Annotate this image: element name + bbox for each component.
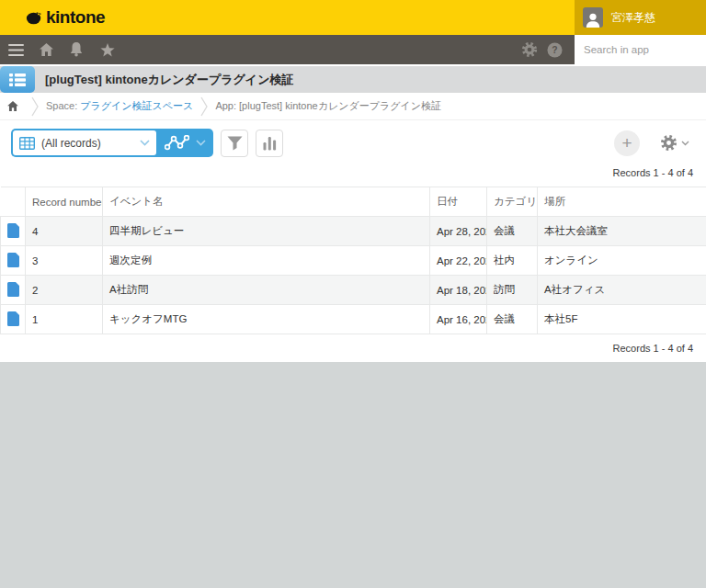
kintone-logo-mark-icon <box>26 11 42 25</box>
add-record-button[interactable]: + <box>614 130 640 156</box>
favorites-star-icon[interactable] <box>92 35 123 64</box>
user-menu[interactable]: 宮澤孝慈 <box>575 0 706 35</box>
open-record-icon[interactable] <box>7 282 19 297</box>
chevron-down-icon <box>140 140 150 146</box>
breadcrumb-separator-icon <box>200 96 208 117</box>
bar-chart-icon <box>263 136 277 151</box>
global-nav-left <box>0 35 521 64</box>
cell-date: Apr 16, 2026 <box>430 305 487 334</box>
cell-event-name: 週次定例 <box>103 246 430 276</box>
graph-view-button[interactable] <box>156 129 213 157</box>
cell-record-number: 1 <box>26 305 103 334</box>
cell-place: 本社5F <box>538 305 706 334</box>
breadcrumb-space-link[interactable]: プラグイン検証スペース <box>80 100 193 111</box>
view-selector-dropdown[interactable]: (All records) <box>13 130 156 155</box>
global-nav-bar: ? <box>0 35 706 64</box>
column-header-event-name[interactable]: イベント名 <box>103 187 430 217</box>
breadcrumb: Space: プラグイン検証スペース App: [plugTest] kinto… <box>0 93 706 120</box>
record-icon-cell <box>1 217 26 246</box>
graph-line-icon <box>165 135 189 151</box>
cell-place: オンライン <box>538 246 706 276</box>
app-icon[interactable] <box>0 66 35 93</box>
user-name: 宮澤孝慈 <box>611 10 655 26</box>
aggregate-chart-button[interactable] <box>256 130 283 157</box>
filter-button[interactable] <box>221 130 248 157</box>
page: kintone 宮澤孝慈 <box>0 0 706 588</box>
view-selector-group: (All records) <box>11 129 213 157</box>
records-count-top: Records 1 - 4 of 4 <box>0 167 706 178</box>
cell-event-name: キックオフMTG <box>103 305 430 334</box>
cell-date: Apr 18, 2026 <box>430 276 487 305</box>
funnel-icon <box>227 136 243 151</box>
breadcrumb-separator-icon <box>31 96 39 117</box>
chevron-down-icon <box>681 141 689 146</box>
table-row[interactable]: 4 四半期レビュー Apr 28, 2026 会議 本社大会議室 <box>1 217 706 246</box>
table-row[interactable]: 2 A社訪問 Apr 18, 2026 訪問 A社オフィス <box>1 276 706 305</box>
kintone-logo-text: kintone <box>46 7 105 28</box>
column-header-icon <box>1 187 26 217</box>
table-view-icon <box>19 137 35 150</box>
cell-place: 本社大会議室 <box>538 217 706 246</box>
cell-record-number: 2 <box>26 276 103 305</box>
cell-date: Apr 22, 2026 <box>430 246 487 276</box>
cell-event-name: 四半期レビュー <box>103 217 430 246</box>
record-list-content: (All records) <box>0 120 706 362</box>
cell-category: 訪問 <box>487 276 538 305</box>
hamburger-menu-icon[interactable] <box>0 35 31 64</box>
view-selector-value: (All records) <box>41 137 133 150</box>
help-icon[interactable]: ? <box>547 35 563 64</box>
record-icon-cell <box>1 276 26 305</box>
chevron-down-icon <box>196 140 206 146</box>
breadcrumb-space-prefix: Space: <box>46 100 80 111</box>
column-header-place[interactable]: 場所 <box>538 187 706 217</box>
breadcrumb-app-current: App: [plugTest] kintoneカレンダープラグイン検証 <box>215 99 441 113</box>
search-input[interactable] <box>575 35 706 64</box>
app-title: [plugTest] kintoneカレンダープラグイン検証 <box>45 72 293 88</box>
records-count-bottom: Records 1 - 4 of 4 <box>0 334 706 356</box>
open-record-icon[interactable] <box>7 253 19 267</box>
kintone-logo[interactable]: kintone <box>0 0 575 35</box>
notifications-bell-icon[interactable] <box>61 35 92 64</box>
record-icon-cell <box>1 305 26 334</box>
cell-record-number: 3 <box>26 246 103 276</box>
system-settings-gear-icon[interactable] <box>521 35 538 64</box>
cell-date: Apr 28, 2026 <box>430 217 487 246</box>
user-avatar-icon <box>583 7 603 28</box>
gear-icon <box>660 134 678 152</box>
open-record-icon[interactable] <box>7 311 19 326</box>
breadcrumb-space-label: Space: プラグイン検証スペース <box>46 99 193 113</box>
view-toolbar: (All records) <box>0 120 706 157</box>
svg-text:?: ? <box>552 45 557 55</box>
column-header-date[interactable]: 日付 <box>430 187 487 217</box>
table-row[interactable]: 3 週次定例 Apr 22, 2026 社内 オンライン <box>1 246 706 276</box>
record-list-table: Record number イベント名 日付 カテゴリ 場所 4 四半期レビュー… <box>0 187 706 334</box>
table-row[interactable]: 1 キックオフMTG Apr 16, 2026 会議 本社5F <box>1 305 706 334</box>
cell-place: A社オフィス <box>538 276 706 305</box>
global-nav-right: ? <box>521 35 575 64</box>
app-title-bar: [plugTest] kintoneカレンダープラグイン検証 <box>0 66 706 93</box>
cell-category: 会議 <box>487 217 538 246</box>
cell-category: 会議 <box>487 305 538 334</box>
cell-event-name: A社訪問 <box>103 276 430 305</box>
column-header-category[interactable]: カテゴリ <box>487 187 538 217</box>
open-record-icon[interactable] <box>7 223 19 238</box>
table-body: 4 四半期レビュー Apr 28, 2026 会議 本社大会議室 3 週次定例 … <box>1 217 706 334</box>
record-icon-cell <box>1 246 26 276</box>
app-settings-button[interactable] <box>660 134 689 152</box>
cell-category: 社内 <box>487 246 538 276</box>
cell-record-number: 4 <box>26 217 103 246</box>
app-search <box>575 35 706 64</box>
home-icon[interactable] <box>31 35 61 64</box>
table-header-row: Record number イベント名 日付 カテゴリ 場所 <box>1 187 706 217</box>
breadcrumb-home-icon[interactable] <box>0 101 24 111</box>
top-header-bar: kintone 宮澤孝慈 <box>0 0 706 35</box>
column-header-record-number[interactable]: Record number <box>26 187 103 217</box>
